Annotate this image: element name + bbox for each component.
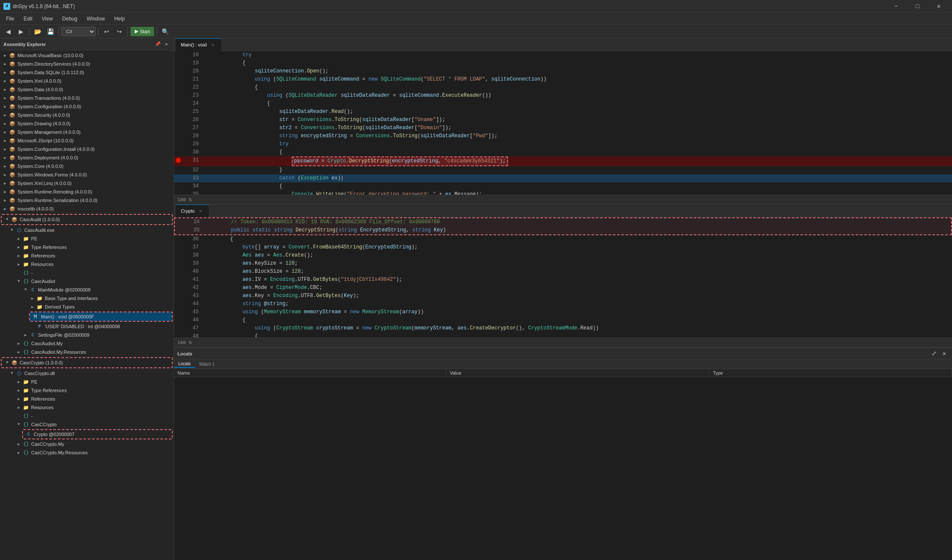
tree-item-casccrypto-my[interactable]: ▶ {} CasCCrypto.My xyxy=(0,440,174,448)
menu-file[interactable]: File xyxy=(2,14,18,23)
start-button[interactable]: ▶ Start xyxy=(131,27,154,36)
tree-item-msjscript[interactable]: ▶ 📦 Microsoft.JScript (10.0.0.0) xyxy=(0,136,174,145)
tree-item-derived[interactable]: ▶ 📁 Derived Types xyxy=(0,303,174,311)
tree-item-syssec[interactable]: ▶ 📦 System.Security (4.0.0.0) xyxy=(0,111,174,119)
tree-item-cascaudiot-ns[interactable]: ▼ {} CascAudiot xyxy=(0,277,174,286)
tree-item-refs2[interactable]: ▶ 📁 References xyxy=(0,395,174,403)
tree-item-casccryptodll[interactable]: ▼ ⬡ CascCrypto.dll xyxy=(0,369,174,378)
tree-item-cascaudiot-myres[interactable]: ▶ {} CascAudiot.My.Resources xyxy=(0,348,174,356)
toolbar-undo[interactable]: ↩ xyxy=(101,26,112,37)
tree-item-sysremoting[interactable]: ▶ 📦 System.Runtime.Remoting (4.0.0.0) xyxy=(0,188,174,196)
tree-item-sysmgmt[interactable]: ▶ 📦 System.Management (4.0.0.0) xyxy=(0,128,174,136)
tree-item-cascauditexe[interactable]: ▼ ⬡ CascAudit.exe xyxy=(0,226,174,234)
namespace-icon: {} xyxy=(22,349,30,355)
menu-edit[interactable]: Edit xyxy=(19,14,37,23)
tree-item-basetype[interactable]: ▶ 📁 Base Type and Interfaces xyxy=(0,294,174,303)
toolbar-redo[interactable]: ↪ xyxy=(114,26,125,37)
line-content: aes.KeySize = 128; xyxy=(204,260,952,268)
code-line-30: 30 { xyxy=(174,148,952,156)
expand-icon: ▶ xyxy=(2,113,9,118)
toolbar-search[interactable]: 🔍 xyxy=(160,26,171,37)
menu-help[interactable]: Help xyxy=(110,14,129,23)
ae-close-button[interactable]: ✕ xyxy=(163,40,170,48)
toolbar-forward[interactable]: ▶ xyxy=(15,26,26,37)
tab-main-void[interactable]: Main() : void ✕ xyxy=(176,38,222,51)
tree-item-crypto[interactable]: C Crypto @02000007 xyxy=(23,430,172,439)
tree-item-typerefs1[interactable]: ▶ 📁 Type References xyxy=(0,243,174,251)
crypto-tab-bar: Crypto ✕ xyxy=(174,205,952,217)
tree-item-pe2[interactable]: ▶ 📁 PE xyxy=(0,378,174,386)
tree-item-syscore[interactable]: ▶ 📦 System.Core (4.0.0.0) xyxy=(0,162,174,170)
tree-item-sysdeploy[interactable]: ▶ 📦 System.Deployment (4.0.0.0) xyxy=(0,153,174,162)
item-label: - xyxy=(31,270,33,275)
tree-item-sysxmllinq[interactable]: ▶ 📦 System.Xml.Linq (4.0.0.0) xyxy=(0,179,174,188)
tree-item-pe1[interactable]: ▶ 📁 PE xyxy=(0,234,174,243)
code-line-c44: 44 string @string; xyxy=(174,300,952,308)
tree-item-sysdata[interactable]: ▶ 📦 System.Data (4.0.0.0) xyxy=(0,85,174,94)
tree-item-refs1[interactable]: ▶ 📁 References xyxy=(0,251,174,260)
toolbar: ◀ ▶ 📂 💾 C# IL VB ↩ ↪ ▶ Start 🔍 xyxy=(0,25,952,38)
crypto-code-editor: 34 // Token: 0x06000013 RID: 19 RVA: 0x0… xyxy=(174,217,952,347)
locals-expand-button[interactable]: ⤢ xyxy=(930,349,938,358)
tree-item-cascaudiot-my[interactable]: ▶ {} CascAudiot.My xyxy=(0,339,174,348)
watch-tab-locals[interactable]: Locals xyxy=(174,361,195,368)
tree-item-dash-ns2[interactable]: {} - xyxy=(0,412,174,420)
tree-item-cascaudit[interactable]: ▼ 📦 CascAudit (1.0.0.0) xyxy=(2,215,171,224)
tab-close-main[interactable]: ✕ xyxy=(209,41,216,48)
crypto-class-dashed: C Crypto @02000007 xyxy=(22,429,173,439)
tree-item-resources2[interactable]: ▶ 📁 Resources xyxy=(0,403,174,412)
line-num: 37 xyxy=(183,243,204,251)
main-code-scroll[interactable]: 18 try 19 { 20 xyxy=(174,51,952,195)
tree-item-msvb[interactable]: ▶ 📦 Microsoft.VisualBasic (10.0.0.0) xyxy=(0,51,174,60)
line-content: { xyxy=(204,182,952,191)
tree-item-casccrypto[interactable]: ▼ 📦 CascCrypto (1.0.0.0) xyxy=(2,358,171,367)
tree-item-mscorlib[interactable]: ▶ 📦 mscorlib (4.0.0.0) xyxy=(0,205,174,213)
tree-item-sysconfiginstall[interactable]: ▶ 📦 System.Configuration.Install (4.0.0.… xyxy=(0,145,174,153)
tree-item-sysxml[interactable]: ▶ 📦 System.Xml (4.0.0.0) xyxy=(0,77,174,85)
tree-item-syswinforms[interactable]: ▶ 📦 System.Windows.Forms (4.0.0.0) xyxy=(0,170,174,179)
locals-close-button[interactable]: ✕ xyxy=(940,349,949,358)
menu-view[interactable]: View xyxy=(38,14,57,23)
tree-item-user-disabled[interactable]: F 'USER' DISABLED : int @04000008 xyxy=(0,322,174,331)
tree-item-mainmodule[interactable]: ▼ C MainModule @02000008 xyxy=(0,286,174,294)
title-bar: d dnSpy v6.1.8 (64-bit, .NET) − □ ✕ xyxy=(0,0,952,13)
namespace-icon: {} xyxy=(22,421,30,428)
minimize-button[interactable]: − xyxy=(886,0,906,13)
toolbar-open[interactable]: 📂 xyxy=(32,26,43,37)
tree-item-sysdraw[interactable]: ▶ 📦 System.Drawing (4.0.0.0) xyxy=(0,119,174,128)
tree-item-sysdir[interactable]: ▶ 📦 System.DirectoryServices (4.0.0.0) xyxy=(0,60,174,68)
watch-tab-watch1[interactable]: Watch 1 xyxy=(195,361,219,367)
tree-item-settingsfile[interactable]: ▶ C SettingsFile @02000009 xyxy=(0,331,174,339)
main-method-dashed: M Main() : void @0600000F xyxy=(29,312,173,322)
code-line-24: 24 { xyxy=(174,100,952,108)
tree-item-typerefs2[interactable]: ▶ 📁 Type References xyxy=(0,386,174,395)
tree-item-casccrypto-ns[interactable]: ▼ {} CasCCrypto xyxy=(0,420,174,429)
tree-item-sqlite[interactable]: ▶ 📦 System.Data.SQLite (1.0.112.0) xyxy=(0,68,174,77)
lang-selector[interactable]: C# IL VB xyxy=(61,27,96,36)
line-num: 42 xyxy=(183,284,204,292)
crypto-code-scroll[interactable]: 34 // Token: 0x06000013 RID: 19 RVA: 0x0… xyxy=(174,217,952,338)
tree-item-dash-ns[interactable]: {} - xyxy=(0,268,174,277)
menu-debug[interactable]: Debug xyxy=(58,14,81,23)
tab-close-crypto[interactable]: ✕ xyxy=(197,208,204,214)
no-bp xyxy=(176,245,181,250)
line-num: 35 xyxy=(183,226,205,234)
menu-window[interactable]: Window xyxy=(82,14,109,23)
ae-pin-button[interactable]: 📌 xyxy=(154,40,162,48)
tree-item-sysconfg[interactable]: ▶ 📦 System.Configuration (4.0.0.0) xyxy=(0,102,174,111)
toolbar-back[interactable]: ◀ xyxy=(3,26,14,37)
tab-crypto[interactable]: Crypto ✕ xyxy=(176,205,209,217)
tree-item-mainmethod[interactable]: M Main() : void @0600000F xyxy=(30,312,172,321)
tree-item-systrans[interactable]: ▶ 📦 System.Transactions (4.0.0.0) xyxy=(0,94,174,102)
item-label: System.Drawing (4.0.0.0) xyxy=(17,121,70,126)
code-line-c48: 48 { xyxy=(174,332,952,338)
tree-item-sysserial[interactable]: ▶ 📦 System.Runtime.Serialization (4.0.0.… xyxy=(0,196,174,205)
tree-item-casccrypto-myres[interactable]: ▶ {} CasCCrypto.My.Resources xyxy=(0,448,174,457)
assembly-explorer-header: Assembly Explorer 📌 ✕ xyxy=(0,38,174,50)
close-button[interactable]: ✕ xyxy=(929,0,949,13)
class-icon: C xyxy=(25,431,32,438)
maximize-button[interactable]: □ xyxy=(908,0,927,13)
toolbar-save[interactable]: 💾 xyxy=(45,26,56,37)
toolbar-separator-3 xyxy=(98,27,99,36)
tree-item-resources1[interactable]: ▶ 📁 Resources xyxy=(0,260,174,268)
